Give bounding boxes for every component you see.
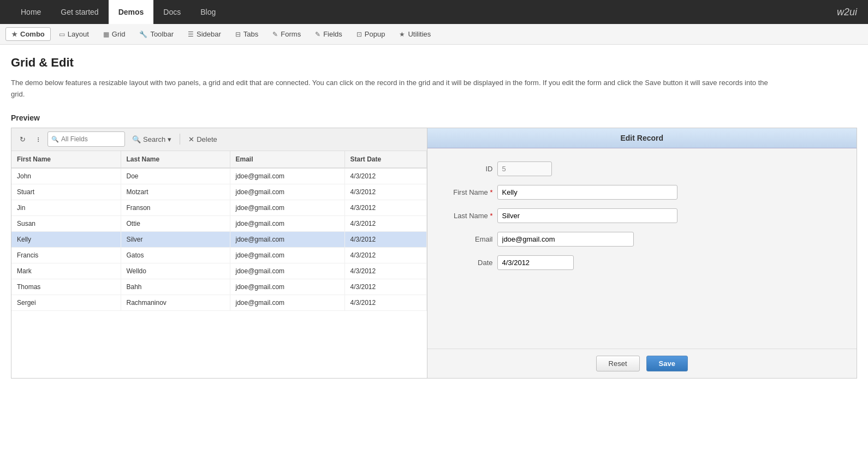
subnav-tabs[interactable]: ⊟ Tabs <box>229 27 264 41</box>
email-field[interactable] <box>497 232 634 247</box>
cell-email: jdoe@gmail.com <box>230 295 344 310</box>
cell-lastname: Welldo <box>121 263 230 279</box>
subnav-tabs-label: Tabs <box>243 30 258 38</box>
subnav-utilities[interactable]: ★ Utilities <box>393 27 437 41</box>
popup-icon: ⊡ <box>356 31 362 38</box>
search-button[interactable]: 🔍 Search ▾ <box>128 133 175 146</box>
refresh-button[interactable]: ↻ <box>16 133 29 146</box>
cell-startdate: 4/3/2012 <box>344 247 426 263</box>
layout-icon: ▭ <box>59 31 65 38</box>
preview-area: ↻ ⫶ 🔍 🔍 Search ▾ ✕ Delete <box>11 128 857 379</box>
cell-email: jdoe@gmail.com <box>230 168 344 184</box>
fields-icon: ✎ <box>315 31 320 38</box>
toolbar-icon: 🔧 <box>139 31 147 38</box>
table-row[interactable]: KellySilverjdoe@gmail.com4/3/2012 <box>11 231 426 247</box>
nav-get-started[interactable]: Get started <box>51 0 108 24</box>
search-input-wrap: 🔍 <box>47 131 125 147</box>
forms-icon: ✎ <box>272 31 278 38</box>
cell-firstname: Susan <box>11 215 121 231</box>
page-content: Grid & Edit The demo below features a re… <box>0 45 868 389</box>
form-row-firstname: First Name <box>438 185 841 200</box>
cell-lastname: Franson <box>121 200 230 215</box>
cell-email: jdoe@gmail.com <box>230 247 344 263</box>
cell-email: jdoe@gmail.com <box>230 200 344 215</box>
subnav-combo[interactable]: ★ Combo <box>5 27 51 41</box>
delete-button[interactable]: ✕ Delete <box>185 133 221 146</box>
lastname-field[interactable] <box>497 208 677 223</box>
nav-blog[interactable]: Blog <box>191 0 225 24</box>
cell-firstname: Mark <box>11 263 121 279</box>
cell-firstname: Kelly <box>11 231 121 247</box>
firstname-field[interactable] <box>497 185 677 200</box>
subnav-popup[interactable]: ⊡ Popup <box>350 27 391 41</box>
columns-button[interactable]: ⫶ <box>33 133 44 146</box>
table-row[interactable]: JohnDoejdoe@gmail.com4/3/2012 <box>11 168 426 184</box>
subnav-grid-label: Grid <box>112 30 126 38</box>
nav-demos[interactable]: Demos <box>109 0 154 24</box>
cell-firstname: Francis <box>11 247 121 263</box>
subnav-toolbar[interactable]: 🔧 Toolbar <box>133 27 180 41</box>
search-input-icon: 🔍 <box>51 136 59 143</box>
id-label: ID <box>438 165 493 173</box>
edit-body: ID First Name Last Name Email Date <box>427 148 857 349</box>
table-row[interactable]: StuartMotzartjdoe@gmail.com4/3/2012 <box>11 184 426 200</box>
form-row-id: ID <box>438 161 841 176</box>
cell-email: jdoe@gmail.com <box>230 263 344 279</box>
subnav-grid[interactable]: ▦ Grid <box>97 27 132 41</box>
table-row[interactable]: FrancisGatosjdoe@gmail.com4/3/2012 <box>11 247 426 263</box>
nav-docs[interactable]: Docs <box>153 0 191 24</box>
cell-lastname: Rachmaninov <box>121 295 230 310</box>
date-label: Date <box>438 259 493 267</box>
table-row[interactable]: MarkWelldojdoe@gmail.com4/3/2012 <box>11 263 426 279</box>
subnav-utilities-label: Utilities <box>408 30 431 38</box>
col-header-firstname: First Name <box>11 151 121 168</box>
email-label: Email <box>438 235 493 243</box>
combo-icon: ★ <box>11 31 17 38</box>
grid-table: First Name Last Name Email Start Date Jo… <box>11 151 427 311</box>
sidebar-icon: ☰ <box>188 31 194 38</box>
page-description: The demo below features a resizable layo… <box>11 77 775 100</box>
table-header-row: First Name Last Name Email Start Date <box>11 151 426 168</box>
cell-startdate: 4/3/2012 <box>344 279 426 295</box>
grid-icon: ▦ <box>103 31 109 38</box>
subnav-layout[interactable]: ▭ Layout <box>53 27 95 41</box>
table-row[interactable]: ThomasBahhjdoe@gmail.com4/3/2012 <box>11 279 426 295</box>
subnav-sidebar[interactable]: ☰ Sidebar <box>182 27 227 41</box>
sub-nav: ★ Combo ▭ Layout ▦ Grid 🔧 Toolbar ☰ Side… <box>0 24 868 45</box>
table-row[interactable]: SergeiRachmaninovjdoe@gmail.com4/3/2012 <box>11 295 426 310</box>
cell-firstname: Jin <box>11 200 121 215</box>
save-button[interactable]: Save <box>646 356 688 371</box>
subnav-toolbar-label: Toolbar <box>150 30 174 38</box>
reset-button[interactable]: Reset <box>596 356 640 371</box>
search-input[interactable] <box>61 135 121 143</box>
firstname-label: First Name <box>438 188 493 196</box>
date-field[interactable] <box>497 255 574 270</box>
grid-tbody: JohnDoejdoe@gmail.com4/3/2012StuartMotza… <box>11 168 426 311</box>
cell-firstname: Stuart <box>11 184 121 200</box>
delete-icon: ✕ <box>188 135 194 143</box>
columns-icon: ⫶ <box>37 135 40 143</box>
subnav-forms[interactable]: ✎ Forms <box>266 27 307 41</box>
top-nav: Home Get started Demos Docs Blog w2ui <box>0 0 868 24</box>
cell-email: jdoe@gmail.com <box>230 231 344 247</box>
nav-home[interactable]: Home <box>11 0 51 24</box>
subnav-combo-label: Combo <box>20 30 45 38</box>
subnav-fields[interactable]: ✎ Fields <box>309 27 348 41</box>
table-row[interactable]: JinFransonjdoe@gmail.com4/3/2012 <box>11 200 426 215</box>
table-row[interactable]: SusanOttiejdoe@gmail.com4/3/2012 <box>11 215 426 231</box>
id-field[interactable] <box>497 161 552 176</box>
edit-panel: Edit Record ID First Name Last Name Emai… <box>427 128 857 378</box>
cell-email: jdoe@gmail.com <box>230 215 344 231</box>
brand-logo: w2ui <box>837 7 857 18</box>
cell-lastname: Silver <box>121 231 230 247</box>
form-row-date: Date <box>438 255 841 270</box>
cell-firstname: John <box>11 168 121 184</box>
cell-startdate: 4/3/2012 <box>344 295 426 310</box>
search-dropdown-icon: ▾ <box>168 135 171 143</box>
cell-startdate: 4/3/2012 <box>344 215 426 231</box>
col-header-lastname: Last Name <box>121 151 230 168</box>
tabs-icon: ⊟ <box>235 31 241 38</box>
edit-header: Edit Record <box>427 128 857 148</box>
lastname-label: Last Name <box>438 212 493 220</box>
edit-footer: Reset Save <box>427 349 857 378</box>
